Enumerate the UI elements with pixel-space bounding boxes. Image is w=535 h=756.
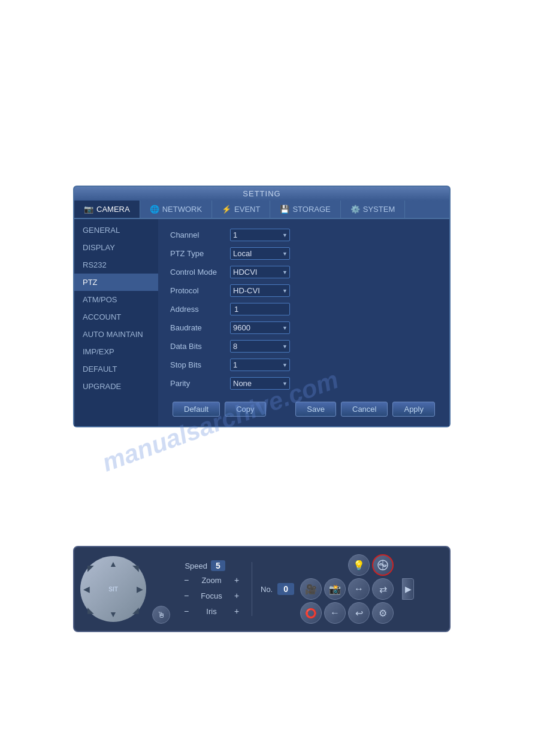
sidebar-item-imp-exp[interactable]: IMP/EXP	[74, 343, 158, 360]
preset-icon-button[interactable]: ⭕	[300, 602, 322, 624]
sidebar-item-auto-maintain[interactable]: AUTO MAINTAIN	[74, 326, 158, 343]
baudrate-row: Baudrate 9600	[170, 321, 437, 334]
address-label: Address	[170, 305, 230, 314]
channel-select[interactable]: 1	[230, 229, 290, 241]
stop-bits-select[interactable]: 1	[230, 359, 290, 371]
network-icon: 🌐	[150, 205, 159, 214]
dir-right-arrow[interactable]: ▶	[137, 584, 143, 594]
dir-down-arrow[interactable]: ▼	[109, 609, 117, 619]
apply-button[interactable]: Apply	[392, 402, 435, 417]
parity-select[interactable]: None	[230, 377, 290, 390]
parity-select-wrapper: None	[230, 377, 290, 390]
parity-row: Parity None	[170, 377, 437, 390]
control-mode-label: Control Mode	[170, 268, 230, 277]
sidebar-item-ptz[interactable]: PTZ	[74, 274, 158, 291]
address-row: Address	[170, 303, 437, 315]
tab-network-label: NETWORK	[162, 205, 202, 214]
tab-system[interactable]: ⚙️ SYSTEM	[341, 201, 405, 218]
mouse-icon-button[interactable]: 🖱	[152, 606, 170, 624]
speed-row: Speed 5	[180, 560, 243, 571]
snapshot-icon-button[interactable]: 📸	[324, 578, 346, 600]
tab-camera[interactable]: 📷 CAMERA	[74, 201, 140, 218]
content-area: GENERAL DISPLAY RS232 PTZ ATM/POS ACCOUN…	[74, 219, 449, 426]
dir-up-arrow[interactable]: ▲	[109, 559, 117, 569]
btn-group-left: Default Copy	[173, 402, 266, 417]
dir-upright-arrow[interactable]: ◥	[132, 563, 139, 573]
divider	[252, 562, 252, 616]
record-icon-button[interactable]: 🎥	[300, 578, 322, 600]
sidebar-item-display[interactable]: DISPLAY	[74, 239, 158, 256]
protocol-select[interactable]: HD-CVI	[230, 284, 290, 297]
tab-network[interactable]: 🌐 NETWORK	[140, 201, 212, 218]
sidebar-item-atm[interactable]: ATM/POS	[74, 291, 158, 308]
data-bits-select[interactable]: 8	[230, 340, 290, 353]
network-svg	[377, 559, 389, 571]
ptz-icon-grid: 💡 🎥 📸 ↔ ⇄ ⭕ ← ↩ ⚙	[300, 554, 394, 624]
storage-icon: 💾	[280, 205, 289, 214]
channel-label: Channel	[170, 230, 230, 239]
protocol-row: Protocol HD-CVI	[170, 284, 437, 297]
cancel-button[interactable]: Cancel	[341, 402, 388, 417]
speed-label: Speed	[180, 561, 207, 570]
sidebar-item-default[interactable]: DEFAULT	[74, 360, 158, 378]
event-icon: ⚡	[222, 205, 231, 214]
baudrate-select-wrapper: 9600	[230, 321, 290, 334]
no-value: 0	[277, 583, 294, 595]
save-button[interactable]: Save	[295, 402, 336, 417]
dir-center-button[interactable]: SIT	[101, 577, 125, 601]
control-mode-select-wrapper: HDCVI	[230, 266, 290, 278]
tab-storage[interactable]: 💾 STORAGE	[270, 201, 340, 218]
flip-v-icon-button[interactable]: ⇄	[372, 578, 394, 600]
sidebar-item-rs232[interactable]: RS232	[74, 256, 158, 274]
tab-event-label: EVENT	[234, 205, 260, 214]
zoom-minus-button[interactable]: −	[180, 573, 193, 587]
setting-panel: SETTING 📷 CAMERA 🌐 NETWORK ⚡ EVENT 💾 STO…	[73, 186, 451, 427]
tab-storage-label: STORAGE	[292, 205, 330, 214]
dir-left-arrow[interactable]: ◀	[83, 584, 90, 594]
stop-bits-label: Stop Bits	[170, 360, 230, 369]
dir-downright-arrow[interactable]: ◢	[132, 605, 139, 615]
settings-icon-button[interactable]: ⚙	[372, 602, 394, 624]
no-row: No. 0	[261, 583, 294, 595]
ptz-expand-button[interactable]: ▶	[402, 578, 414, 600]
tab-camera-label: CAMERA	[96, 205, 130, 214]
sidebar-item-general[interactable]: GENERAL	[74, 221, 158, 239]
channel-row: Channel 1	[170, 229, 437, 241]
network-icon-button[interactable]	[372, 554, 394, 576]
zoom-label: Zoom	[197, 576, 226, 585]
copy-button[interactable]: Copy	[225, 402, 265, 417]
default-button[interactable]: Default	[173, 402, 220, 417]
dir-upleft-arrow[interactable]: ◤	[87, 563, 94, 573]
channel-select-wrapper: 1	[230, 229, 290, 241]
flip-h-icon-button[interactable]: ↔	[348, 578, 370, 600]
ptz-type-select[interactable]: Local	[230, 247, 290, 260]
ptz-type-label: PTZ Type	[170, 249, 230, 258]
ptz-controls: Speed 5 − Zoom + − Focus + − Iris +	[180, 560, 243, 618]
protocol-label: Protocol	[170, 286, 230, 295]
zoom-row: − Zoom +	[180, 573, 243, 587]
baudrate-label: Baudrate	[170, 323, 230, 332]
no-section: No. 0	[261, 583, 294, 595]
iris-plus-button[interactable]: +	[230, 605, 243, 618]
control-mode-select[interactable]: HDCVI	[230, 266, 290, 278]
baudrate-select[interactable]: 9600	[230, 321, 290, 334]
back-icon-button[interactable]: ←	[324, 602, 346, 624]
sidebar-item-account[interactable]: ACCOUNT	[74, 308, 158, 326]
focus-row: − Focus +	[180, 589, 243, 602]
sit-label: SIT	[108, 586, 118, 593]
ptz-type-row: PTZ Type Local	[170, 247, 437, 260]
focus-minus-button[interactable]: −	[180, 589, 193, 602]
ptz-type-select-wrapper: Local	[230, 247, 290, 260]
dir-downleft-arrow[interactable]: ◣	[87, 605, 94, 615]
light-icon-button[interactable]: 💡	[348, 554, 370, 576]
address-input[interactable]	[230, 303, 290, 315]
tab-event[interactable]: ⚡ EVENT	[212, 201, 270, 218]
focus-plus-button[interactable]: +	[230, 589, 243, 602]
zoom-plus-button[interactable]: +	[230, 573, 243, 587]
iris-minus-button[interactable]: −	[180, 605, 193, 618]
sidebar-item-upgrade[interactable]: UPGRADE	[74, 378, 158, 395]
setting-title: SETTING	[74, 187, 449, 201]
tabs-row: 📷 CAMERA 🌐 NETWORK ⚡ EVENT 💾 STORAGE ⚙️ …	[74, 201, 449, 219]
btn-group-right: Save Cancel Apply	[295, 402, 435, 417]
return-icon-button[interactable]: ↩	[348, 602, 370, 624]
